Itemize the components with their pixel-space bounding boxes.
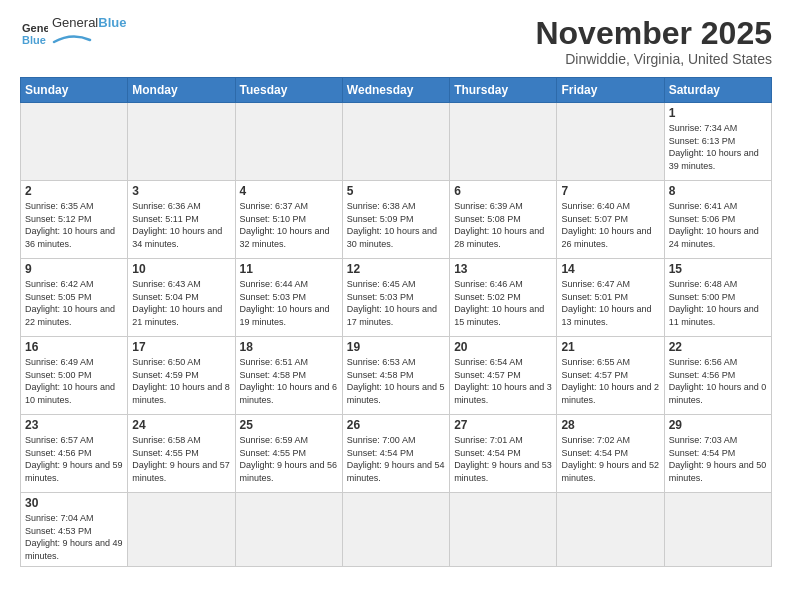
calendar-cell bbox=[235, 493, 342, 566]
calendar-cell: 8Sunrise: 6:41 AM Sunset: 5:06 PM Daylig… bbox=[664, 181, 771, 259]
weekday-header-saturday: Saturday bbox=[664, 78, 771, 103]
calendar-cell: 12Sunrise: 6:45 AM Sunset: 5:03 PM Dayli… bbox=[342, 259, 449, 337]
day-number: 17 bbox=[132, 340, 230, 354]
calendar-cell: 1Sunrise: 7:34 AM Sunset: 6:13 PM Daylig… bbox=[664, 103, 771, 181]
calendar-cell: 27Sunrise: 7:01 AM Sunset: 4:54 PM Dayli… bbox=[450, 415, 557, 493]
day-number: 14 bbox=[561, 262, 659, 276]
week-row-0: 1Sunrise: 7:34 AM Sunset: 6:13 PM Daylig… bbox=[21, 103, 772, 181]
week-row-5: 30Sunrise: 7:04 AM Sunset: 4:53 PM Dayli… bbox=[21, 493, 772, 566]
week-row-3: 16Sunrise: 6:49 AM Sunset: 5:00 PM Dayli… bbox=[21, 337, 772, 415]
calendar-cell bbox=[128, 103, 235, 181]
calendar-cell: 19Sunrise: 6:53 AM Sunset: 4:58 PM Dayli… bbox=[342, 337, 449, 415]
calendar-cell: 24Sunrise: 6:58 AM Sunset: 4:55 PM Dayli… bbox=[128, 415, 235, 493]
calendar-cell: 5Sunrise: 6:38 AM Sunset: 5:09 PM Daylig… bbox=[342, 181, 449, 259]
calendar-cell: 20Sunrise: 6:54 AM Sunset: 4:57 PM Dayli… bbox=[450, 337, 557, 415]
day-info: Sunrise: 6:55 AM Sunset: 4:57 PM Dayligh… bbox=[561, 356, 659, 406]
calendar-cell bbox=[450, 493, 557, 566]
day-info: Sunrise: 7:00 AM Sunset: 4:54 PM Dayligh… bbox=[347, 434, 445, 484]
day-number: 24 bbox=[132, 418, 230, 432]
calendar-cell bbox=[557, 493, 664, 566]
location: Dinwiddie, Virginia, United States bbox=[535, 51, 772, 67]
calendar-cell: 25Sunrise: 6:59 AM Sunset: 4:55 PM Dayli… bbox=[235, 415, 342, 493]
day-info: Sunrise: 6:36 AM Sunset: 5:11 PM Dayligh… bbox=[132, 200, 230, 250]
calendar-cell: 14Sunrise: 6:47 AM Sunset: 5:01 PM Dayli… bbox=[557, 259, 664, 337]
day-number: 18 bbox=[240, 340, 338, 354]
logo-general: General bbox=[52, 15, 98, 30]
calendar-cell: 6Sunrise: 6:39 AM Sunset: 5:08 PM Daylig… bbox=[450, 181, 557, 259]
day-info: Sunrise: 6:48 AM Sunset: 5:00 PM Dayligh… bbox=[669, 278, 767, 328]
day-info: Sunrise: 6:51 AM Sunset: 4:58 PM Dayligh… bbox=[240, 356, 338, 406]
calendar-cell bbox=[235, 103, 342, 181]
day-info: Sunrise: 6:40 AM Sunset: 5:07 PM Dayligh… bbox=[561, 200, 659, 250]
calendar-cell bbox=[21, 103, 128, 181]
day-info: Sunrise: 6:58 AM Sunset: 4:55 PM Dayligh… bbox=[132, 434, 230, 484]
day-number: 11 bbox=[240, 262, 338, 276]
day-info: Sunrise: 7:01 AM Sunset: 4:54 PM Dayligh… bbox=[454, 434, 552, 484]
weekday-header-friday: Friday bbox=[557, 78, 664, 103]
calendar-cell: 21Sunrise: 6:55 AM Sunset: 4:57 PM Dayli… bbox=[557, 337, 664, 415]
calendar-cell: 4Sunrise: 6:37 AM Sunset: 5:10 PM Daylig… bbox=[235, 181, 342, 259]
calendar-cell: 16Sunrise: 6:49 AM Sunset: 5:00 PM Dayli… bbox=[21, 337, 128, 415]
header: General Blue GeneralBlue November 2025 D… bbox=[20, 16, 772, 67]
calendar-page: General Blue GeneralBlue November 2025 D… bbox=[0, 0, 792, 612]
weekday-header-sunday: Sunday bbox=[21, 78, 128, 103]
calendar-cell bbox=[557, 103, 664, 181]
day-info: Sunrise: 6:59 AM Sunset: 4:55 PM Dayligh… bbox=[240, 434, 338, 484]
day-info: Sunrise: 6:37 AM Sunset: 5:10 PM Dayligh… bbox=[240, 200, 338, 250]
day-number: 29 bbox=[669, 418, 767, 432]
day-info: Sunrise: 7:02 AM Sunset: 4:54 PM Dayligh… bbox=[561, 434, 659, 484]
day-number: 20 bbox=[454, 340, 552, 354]
calendar-cell bbox=[342, 103, 449, 181]
day-number: 4 bbox=[240, 184, 338, 198]
day-number: 25 bbox=[240, 418, 338, 432]
day-number: 3 bbox=[132, 184, 230, 198]
day-info: Sunrise: 6:50 AM Sunset: 4:59 PM Dayligh… bbox=[132, 356, 230, 406]
day-info: Sunrise: 6:43 AM Sunset: 5:04 PM Dayligh… bbox=[132, 278, 230, 328]
day-number: 26 bbox=[347, 418, 445, 432]
weekday-header-wednesday: Wednesday bbox=[342, 78, 449, 103]
logo-swoosh bbox=[52, 32, 92, 44]
calendar-cell: 7Sunrise: 6:40 AM Sunset: 5:07 PM Daylig… bbox=[557, 181, 664, 259]
day-info: Sunrise: 6:45 AM Sunset: 5:03 PM Dayligh… bbox=[347, 278, 445, 328]
day-info: Sunrise: 6:54 AM Sunset: 4:57 PM Dayligh… bbox=[454, 356, 552, 406]
day-number: 12 bbox=[347, 262, 445, 276]
day-number: 19 bbox=[347, 340, 445, 354]
day-number: 30 bbox=[25, 496, 123, 510]
calendar-cell bbox=[450, 103, 557, 181]
day-number: 23 bbox=[25, 418, 123, 432]
day-number: 2 bbox=[25, 184, 123, 198]
week-row-1: 2Sunrise: 6:35 AM Sunset: 5:12 PM Daylig… bbox=[21, 181, 772, 259]
day-number: 1 bbox=[669, 106, 767, 120]
day-number: 21 bbox=[561, 340, 659, 354]
day-number: 8 bbox=[669, 184, 767, 198]
weekday-header-monday: Monday bbox=[128, 78, 235, 103]
weekday-header-row: SundayMondayTuesdayWednesdayThursdayFrid… bbox=[21, 78, 772, 103]
day-number: 16 bbox=[25, 340, 123, 354]
day-info: Sunrise: 6:46 AM Sunset: 5:02 PM Dayligh… bbox=[454, 278, 552, 328]
day-number: 13 bbox=[454, 262, 552, 276]
day-info: Sunrise: 6:38 AM Sunset: 5:09 PM Dayligh… bbox=[347, 200, 445, 250]
day-info: Sunrise: 7:03 AM Sunset: 4:54 PM Dayligh… bbox=[669, 434, 767, 484]
calendar-cell: 11Sunrise: 6:44 AM Sunset: 5:03 PM Dayli… bbox=[235, 259, 342, 337]
day-number: 5 bbox=[347, 184, 445, 198]
calendar-cell: 17Sunrise: 6:50 AM Sunset: 4:59 PM Dayli… bbox=[128, 337, 235, 415]
calendar-cell bbox=[342, 493, 449, 566]
calendar-cell: 13Sunrise: 6:46 AM Sunset: 5:02 PM Dayli… bbox=[450, 259, 557, 337]
day-number: 9 bbox=[25, 262, 123, 276]
logo-icon: General Blue bbox=[20, 18, 48, 46]
calendar-cell: 18Sunrise: 6:51 AM Sunset: 4:58 PM Dayli… bbox=[235, 337, 342, 415]
day-info: Sunrise: 7:34 AM Sunset: 6:13 PM Dayligh… bbox=[669, 122, 767, 172]
logo: General Blue GeneralBlue bbox=[20, 16, 126, 48]
calendar-table: SundayMondayTuesdayWednesdayThursdayFrid… bbox=[20, 77, 772, 566]
svg-text:General: General bbox=[22, 22, 48, 34]
calendar-cell: 15Sunrise: 6:48 AM Sunset: 5:00 PM Dayli… bbox=[664, 259, 771, 337]
day-info: Sunrise: 6:47 AM Sunset: 5:01 PM Dayligh… bbox=[561, 278, 659, 328]
calendar-cell bbox=[664, 493, 771, 566]
week-row-2: 9Sunrise: 6:42 AM Sunset: 5:05 PM Daylig… bbox=[21, 259, 772, 337]
calendar-cell: 10Sunrise: 6:43 AM Sunset: 5:04 PM Dayli… bbox=[128, 259, 235, 337]
day-number: 10 bbox=[132, 262, 230, 276]
svg-text:Blue: Blue bbox=[22, 34, 46, 46]
day-info: Sunrise: 6:41 AM Sunset: 5:06 PM Dayligh… bbox=[669, 200, 767, 250]
day-info: Sunrise: 6:53 AM Sunset: 4:58 PM Dayligh… bbox=[347, 356, 445, 406]
calendar-cell: 23Sunrise: 6:57 AM Sunset: 4:56 PM Dayli… bbox=[21, 415, 128, 493]
